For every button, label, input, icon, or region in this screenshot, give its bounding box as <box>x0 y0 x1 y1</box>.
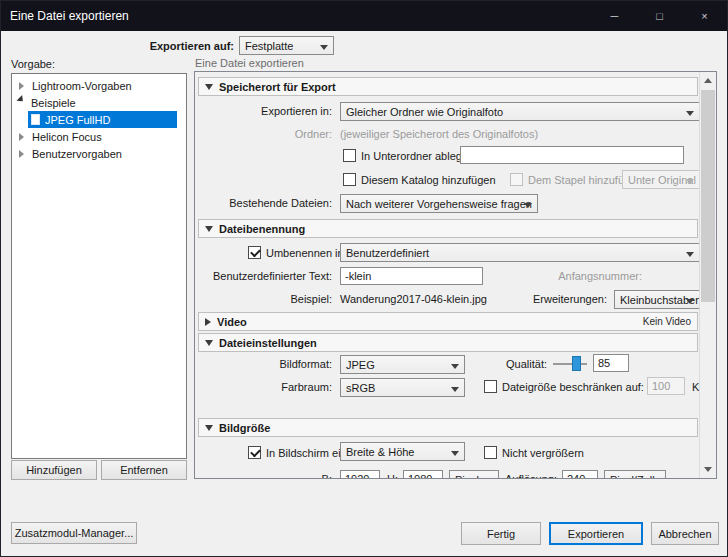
chevron-down-icon <box>451 387 459 392</box>
checkbox-icon <box>343 149 356 162</box>
plugin-manager-button[interactable]: Zusatzmodul-Manager... <box>11 522 137 544</box>
triangle-down-icon <box>205 425 213 431</box>
chevron-down-icon <box>320 45 328 50</box>
height-label: H: <box>387 473 398 479</box>
example-label: Beispiel: <box>195 293 332 305</box>
checkbox-checked-icon <box>248 446 261 459</box>
triangle-down-icon <box>205 340 213 346</box>
checkbox-icon <box>510 173 523 186</box>
panel-scrollbar[interactable] <box>699 72 716 478</box>
rename-template-combo[interactable]: Benutzerdefiniert <box>340 243 700 262</box>
section-export-location[interactable]: Speicherort für Export <box>198 77 698 96</box>
triangle-down-icon <box>205 226 213 232</box>
quality-input[interactable]: 85 <box>593 354 629 372</box>
export-to-label: Exportieren auf: <box>61 40 234 52</box>
preset-file-icon <box>31 114 40 125</box>
height-input[interactable]: 1080 <box>403 470 443 479</box>
slider-thumb[interactable] <box>572 356 581 371</box>
triangle-down-icon <box>205 84 213 90</box>
resolution-unit-combo[interactable]: Pixel/Zoll <box>604 470 666 479</box>
custom-text-input[interactable]: -klein <box>340 267 483 285</box>
list-item-lightroom-vorgaben[interactable]: Lightroom-Vorgaben <box>13 77 185 94</box>
width-input[interactable]: 1920 <box>340 470 380 479</box>
video-status: Kein Video <box>643 316 691 327</box>
list-item-beispiele[interactable]: Beispiele <box>13 94 185 111</box>
scrollbar-thumb[interactable] <box>701 90 715 302</box>
checkbox-checked-icon <box>248 246 261 259</box>
custom-text-label: Benutzerdefinierter Text: <box>195 270 332 282</box>
maximize-button[interactable]: □ <box>637 1 682 31</box>
chevron-down-icon <box>686 111 694 116</box>
slider-track <box>553 363 587 365</box>
export-button[interactable]: Exportieren <box>549 522 643 545</box>
minimize-button[interactable]: ─ <box>592 1 637 31</box>
list-item-jpeg-fullhd[interactable]: JPEG FullHD <box>28 111 177 128</box>
chevron-down-icon <box>686 299 694 304</box>
rename-checkbox[interactable]: Umbenennen in: <box>248 245 347 260</box>
filesize-limit-input: 100 <box>647 377 685 395</box>
colorspace-label: Farbraum: <box>195 381 332 393</box>
remove-preset-button[interactable]: Entfernen <box>101 460 187 480</box>
panel-title: Eine Datei exportieren <box>195 57 304 69</box>
scroll-down-button[interactable] <box>700 461 716 478</box>
done-button[interactable]: Fertig <box>461 522 541 545</box>
checkbox-icon <box>484 446 497 459</box>
scroll-up-button[interactable] <box>700 72 716 89</box>
resolution-label: Auflösung: <box>495 473 557 479</box>
resolution-input[interactable]: 240 <box>562 470 598 479</box>
export-in-label: Exportieren in: <box>195 105 332 117</box>
quality-label: Qualität: <box>447 358 547 370</box>
chevron-right-icon[interactable] <box>19 82 28 90</box>
export-to-value: Festplatte <box>245 40 293 52</box>
stack-position-combo: Unter Original <box>622 170 700 189</box>
section-video[interactable]: Video Kein Video <box>198 312 698 331</box>
chevron-down-icon <box>686 252 694 257</box>
quality-slider[interactable] <box>553 356 587 371</box>
export-in-combo[interactable]: Gleicher Ordner wie Originalfoto <box>340 102 700 121</box>
export-to-combo[interactable]: Festplatte <box>239 36 334 55</box>
chevron-down-icon <box>524 203 532 208</box>
start-number-label: Anfangsnummer: <box>502 270 642 282</box>
checkbox-icon <box>343 173 356 186</box>
folder-value: (jeweiliger Speicherort des Originalfoto… <box>340 128 538 140</box>
titlebar[interactable]: Eine Datei exportieren ─ □ × <box>1 1 727 31</box>
close-button[interactable]: × <box>682 1 727 31</box>
example-value: Wanderung2017-046-klein.jpg <box>340 293 487 305</box>
existing-files-combo[interactable]: Nach weiterer Vorgehensweise fragen <box>340 194 538 213</box>
width-label: B: <box>195 473 332 479</box>
subfolder-checkbox[interactable]: In Unterordner ablegen: <box>343 148 477 163</box>
export-settings-panel: Speicherort für Export Exportieren in: G… <box>194 71 717 479</box>
window-controls: ─ □ × <box>592 1 727 31</box>
chevron-down-icon <box>451 451 459 456</box>
add-preset-button[interactable]: Hinzufügen <box>11 460 97 480</box>
resize-mode-combo[interactable]: Breite & Höhe <box>340 442 465 461</box>
format-label: Bildformat: <box>195 358 332 370</box>
extensions-combo[interactable]: Kleinbuchstaben <box>614 290 700 309</box>
presets-label: Vorgabe: <box>11 58 55 70</box>
presets-list[interactable]: Lightroom-Vorgaben Beispiele JPEG FullHD… <box>11 73 187 459</box>
list-item-benutzervorgaben[interactable]: Benutzervorgaben <box>13 145 185 162</box>
arrow-up-icon <box>704 78 712 83</box>
checkbox-icon <box>484 380 497 393</box>
window-title: Eine Datei exportieren <box>1 9 129 23</box>
section-image-size[interactable]: Bildgröße <box>198 418 698 437</box>
cancel-button[interactable]: Abbrechen <box>651 522 719 545</box>
triangle-right-icon <box>205 318 211 326</box>
section-file-settings[interactable]: Dateieinstellungen <box>198 333 698 352</box>
chevron-right-icon[interactable] <box>19 150 28 158</box>
colorspace-combo[interactable]: sRGB <box>340 378 465 397</box>
add-to-catalog-checkbox[interactable]: Diesem Katalog hinzufügen <box>343 172 496 187</box>
folder-label: Ordner: <box>195 128 332 140</box>
filesize-limit-checkbox[interactable]: Dateigröße beschränken auf: <box>484 379 644 394</box>
chevron-right-icon[interactable] <box>19 133 28 141</box>
chevron-down-icon <box>686 179 694 184</box>
subfolder-input[interactable] <box>460 146 684 164</box>
section-file-naming[interactable]: Dateibenennung <box>198 219 698 238</box>
export-dialog: Eine Datei exportieren ─ □ × Exportieren… <box>0 0 728 557</box>
existing-files-label: Bestehende Dateien: <box>195 197 332 209</box>
no-enlarge-checkbox[interactable]: Nicht vergrößern <box>484 445 584 460</box>
size-unit-combo[interactable]: Pixel <box>449 470 499 479</box>
arrow-down-icon <box>704 467 712 472</box>
list-item-helicon-focus[interactable]: Helicon Focus <box>13 128 185 145</box>
chevron-expanded-icon[interactable] <box>16 95 28 107</box>
